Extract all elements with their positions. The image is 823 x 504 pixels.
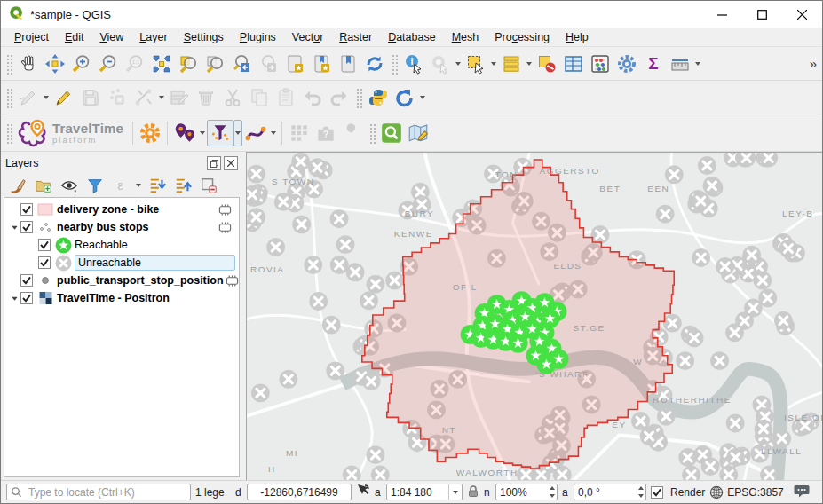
memory-layer-indicator-icon[interactable] <box>217 221 233 234</box>
zoom-full-button[interactable] <box>148 51 175 77</box>
menu-view[interactable]: View <box>91 29 131 45</box>
sum-features-button[interactable]: Σ <box>640 51 667 77</box>
collapse-all-button[interactable] <box>170 175 194 196</box>
copy-features-button[interactable] <box>246 84 273 111</box>
layer-checkbox[interactable] <box>20 221 36 233</box>
toolbar-grip[interactable] <box>368 122 376 144</box>
deselect-features-button[interactable] <box>534 51 560 77</box>
menu-settings[interactable]: Settings <box>176 29 232 45</box>
toolbar-overflow-button[interactable]: » <box>810 56 817 71</box>
new-bookmark-button[interactable] <box>281 51 308 77</box>
vertex-tool-button[interactable] <box>131 84 157 111</box>
refresh-button[interactable] <box>361 51 388 77</box>
traveltime-tiles-button[interactable] <box>286 120 313 146</box>
layer-item-delivery-zone-bike[interactable]: delivery zone - bike <box>4 201 239 218</box>
python-console-button[interactable] <box>365 84 392 111</box>
extents-toggle-icon[interactable] <box>356 484 370 500</box>
pan-to-selection-button[interactable] <box>42 51 68 77</box>
toolbar-grip[interactable] <box>5 53 12 75</box>
save-layer-edits-button[interactable] <box>77 84 104 111</box>
memory-layer-indicator-icon[interactable] <box>217 203 233 217</box>
traveltime-help-button[interactable]: ? <box>313 120 339 146</box>
traveltime-time-map-dropdown[interactable] <box>198 120 207 146</box>
menu-vector[interactable]: Vector <box>284 29 331 45</box>
layer-checkbox[interactable] <box>20 274 36 287</box>
layer-item-public-transport-stop-position[interactable]: public_transport_stop_position <box>4 272 239 289</box>
filter-legend-button[interactable] <box>83 175 107 196</box>
geocoding-search-button[interactable] <box>378 120 405 146</box>
paste-features-button[interactable] <box>273 84 299 111</box>
zoom-to-layer-button[interactable] <box>202 51 228 77</box>
locator-box[interactable] <box>6 484 191 500</box>
menu-layer[interactable]: Layer <box>131 29 175 45</box>
expander-icon[interactable] <box>8 295 20 303</box>
plugin-history-dropdown[interactable] <box>418 84 427 111</box>
locator-input[interactable] <box>6 484 191 500</box>
traveltime-filter-dropdown[interactable] <box>233 120 242 146</box>
vertex-tool-dropdown[interactable] <box>157 84 166 111</box>
traveltime-filter-button[interactable] <box>207 120 233 146</box>
expand-all-button[interactable] <box>145 175 169 196</box>
traveltime-settings-button[interactable] <box>137 120 163 146</box>
menu-project[interactable]: Project <box>6 29 57 45</box>
rotation-spin[interactable]: 0,0 ° <box>574 484 646 500</box>
menu-help[interactable]: Help <box>558 29 597 45</box>
menu-database[interactable]: Database <box>380 29 444 45</box>
layer-checkbox[interactable] <box>20 292 36 304</box>
measure-button[interactable] <box>667 51 693 77</box>
redo-button[interactable] <box>326 84 352 111</box>
layer-label[interactable]: Reachable <box>75 239 128 251</box>
attribute-table-button[interactable] <box>560 51 587 77</box>
render-checkbox[interactable]: Render <box>651 486 705 499</box>
run-feature-action-dropdown[interactable] <box>454 51 463 77</box>
menu-edit[interactable]: Edit <box>57 29 92 45</box>
delete-selected-button[interactable] <box>193 84 219 111</box>
menu-raster[interactable]: Raster <box>331 29 380 45</box>
select-by-value-dropdown[interactable] <box>525 51 534 77</box>
bookmark-manager-button[interactable] <box>335 51 361 77</box>
plugin-history-button[interactable] <box>392 84 418 111</box>
toolbar-grip[interactable] <box>5 87 12 108</box>
scale-combo[interactable]: 1:84 180 <box>386 484 463 500</box>
layer-checkbox[interactable] <box>38 256 54 269</box>
zoom-native-button[interactable]: 1:1 <box>122 51 148 77</box>
layer-label-highlighted[interactable]: Unreachable <box>75 255 235 271</box>
identify-features-button[interactable]: i <box>400 51 427 77</box>
map-svg[interactable]: S TOWNTONAGGERSTOBETEENBURYKENWEROVIAELD… <box>247 153 822 480</box>
filter-expression-dropdown[interactable] <box>134 172 143 199</box>
layer-label[interactable]: nearby bus stops <box>57 221 149 233</box>
messages-button[interactable] <box>794 484 810 500</box>
run-feature-action-button[interactable] <box>427 51 454 77</box>
select-features-dropdown[interactable] <box>489 51 498 77</box>
map-canvas[interactable]: S TOWNTONAGGERSTOBETEENBURYKENWEROVIAELD… <box>246 152 822 480</box>
zoom-to-selection-button[interactable] <box>175 51 202 77</box>
scale-combo-caret[interactable] <box>448 484 462 500</box>
traveltime-tools-button[interactable] <box>339 120 366 146</box>
processing-toolbox-button[interactable] <box>613 51 640 77</box>
expander-icon[interactable] <box>8 224 20 232</box>
layer-checkbox[interactable] <box>38 239 54 251</box>
select-by-value-button[interactable] <box>498 51 525 77</box>
open-layer-styling-button[interactable] <box>5 175 29 196</box>
zoom-in-button[interactable] <box>68 51 95 77</box>
close-button[interactable] <box>782 1 822 28</box>
coordinate-box[interactable]: -12860,6716499 <box>247 484 352 500</box>
current-edits-button[interactable] <box>15 84 42 111</box>
toolbar-grip[interactable] <box>5 122 12 144</box>
undo-button[interactable] <box>299 84 326 111</box>
menu-processing[interactable]: Processing <box>487 29 558 45</box>
panel-float-button[interactable] <box>207 156 221 170</box>
menu-plugins[interactable]: Plugins <box>232 29 284 45</box>
filter-legend-expression-button[interactable]: ε <box>108 175 132 196</box>
toolbar-grip[interactable] <box>391 53 398 75</box>
digitize-with-segment-button[interactable] <box>104 84 131 111</box>
panel-close-button[interactable] <box>224 156 238 170</box>
remove-layer-button[interactable] <box>196 175 220 196</box>
zoom-next-button[interactable] <box>255 51 281 77</box>
quick-map-services-button[interactable] <box>405 120 431 146</box>
measure-dropdown[interactable] <box>693 51 702 77</box>
current-edits-dropdown[interactable] <box>42 84 51 111</box>
traveltime-routes-button[interactable] <box>242 120 269 146</box>
show-bookmarks-button[interactable] <box>308 51 335 77</box>
add-group-button[interactable] <box>31 175 55 196</box>
